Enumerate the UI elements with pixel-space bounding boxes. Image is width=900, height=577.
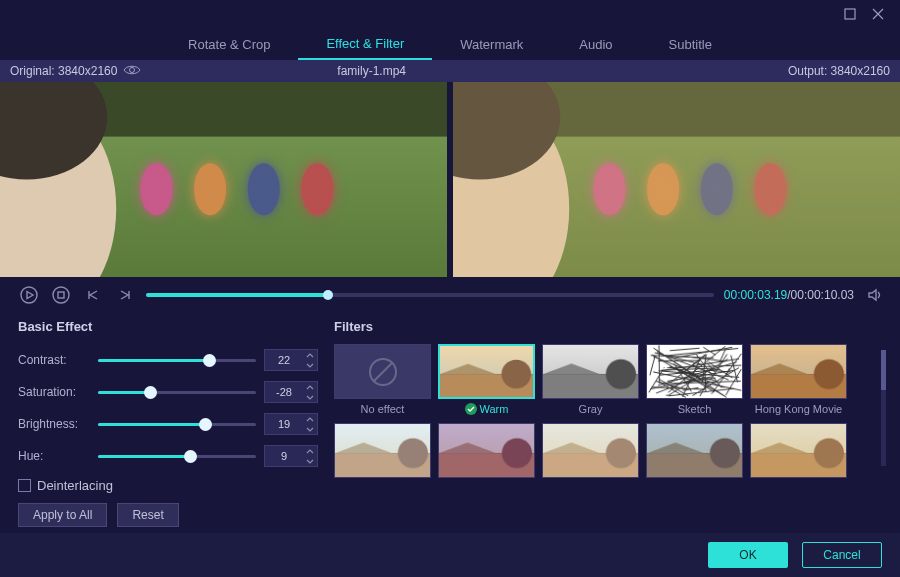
apply-to-all-button[interactable]: Apply to All [18, 503, 107, 527]
playback-bar: 00:00:03.19/00:00:10.03 [0, 277, 900, 313]
brightness-label: Brightness: [18, 417, 90, 431]
window-maximize-button[interactable] [836, 0, 864, 28]
preview-output [453, 82, 900, 277]
volume-icon[interactable] [864, 284, 886, 306]
hue-slider[interactable] [98, 455, 256, 458]
chevron-up-icon [303, 350, 317, 360]
preview-row [0, 82, 900, 277]
tab-subtitle[interactable]: Subtitle [641, 28, 740, 60]
chevron-down-icon [303, 360, 317, 370]
saturation-slider[interactable] [98, 391, 256, 394]
eye-icon[interactable] [123, 64, 141, 79]
deinterlacing-label: Deinterlacing [37, 478, 113, 493]
brightness-slider[interactable] [98, 423, 256, 426]
contrast-slider[interactable] [98, 359, 256, 362]
filter-item-filter-7[interactable] [542, 423, 639, 495]
check-icon [465, 403, 477, 415]
svg-point-1 [130, 67, 135, 72]
contrast-label: Contrast: [18, 353, 90, 367]
preview-original [0, 82, 447, 277]
svg-point-2 [21, 287, 37, 303]
tab-watermark[interactable]: Watermark [432, 28, 551, 60]
filter-item-gray[interactable]: Gray [542, 344, 639, 416]
original-resolution-label: Original: 3840x2160 [10, 64, 117, 78]
chevron-up-icon [303, 382, 317, 392]
title-bar [0, 0, 900, 28]
ok-button[interactable]: OK [708, 542, 788, 568]
filters-panel: Filters No effectWarmGraySketchHong Kong… [334, 319, 884, 527]
prev-frame-button[interactable] [82, 284, 104, 306]
svg-rect-0 [845, 9, 855, 19]
svg-point-3 [53, 287, 69, 303]
stop-button[interactable] [50, 284, 72, 306]
filename-label: family-1.mp4 [337, 64, 406, 78]
cancel-button[interactable]: Cancel [802, 542, 882, 568]
deinterlacing-checkbox[interactable] [18, 479, 31, 492]
filters-scrollbar[interactable] [881, 350, 886, 466]
tab-audio[interactable]: Audio [551, 28, 640, 60]
next-frame-button[interactable] [114, 284, 136, 306]
hue-label: Hue: [18, 449, 90, 463]
reset-button[interactable]: Reset [117, 503, 178, 527]
svg-rect-4 [58, 292, 64, 298]
info-bar: Original: 3840x2160 family-1.mp4 Output:… [0, 60, 900, 82]
filter-item-filter-8[interactable] [646, 423, 743, 495]
filter-label: Hong Kong Movie [755, 402, 842, 416]
play-button[interactable] [18, 284, 40, 306]
filter-item-filter-9[interactable] [750, 423, 847, 495]
basic-effect-title: Basic Effect [18, 319, 318, 334]
filter-item-filter-6[interactable] [438, 423, 535, 495]
no-effect-icon [334, 344, 431, 399]
footer: OK Cancel [0, 533, 900, 577]
chevron-up-icon [303, 446, 317, 456]
window-close-button[interactable] [864, 0, 892, 28]
saturation-spinner[interactable]: -28 [264, 381, 318, 403]
filters-title: Filters [334, 319, 884, 334]
basic-effect-panel: Basic Effect Contrast:22Saturation:-28Br… [18, 319, 318, 527]
playback-time: 00:00:03.19/00:00:10.03 [724, 288, 854, 302]
chevron-down-icon [303, 392, 317, 402]
chevron-up-icon [303, 414, 317, 424]
filter-item-warm[interactable]: Warm [438, 344, 535, 416]
tab-rotate-crop[interactable]: Rotate & Crop [160, 28, 298, 60]
hue-spinner[interactable]: 9 [264, 445, 318, 467]
filter-item-no-effect[interactable]: No effect [334, 344, 431, 416]
filter-item-filter-5[interactable] [334, 423, 431, 495]
output-resolution-label: Output: 3840x2160 [788, 64, 890, 78]
saturation-label: Saturation: [18, 385, 90, 399]
seek-slider[interactable] [146, 293, 714, 297]
main-tabs: Rotate & CropEffect & FilterWatermarkAud… [0, 28, 900, 60]
filter-label: Warm [465, 402, 509, 416]
filter-label: Gray [579, 402, 603, 416]
filter-item-sketch[interactable]: Sketch [646, 344, 743, 416]
chevron-down-icon [303, 456, 317, 466]
contrast-spinner[interactable]: 22 [264, 349, 318, 371]
brightness-spinner[interactable]: 19 [264, 413, 318, 435]
filter-label: No effect [361, 402, 405, 416]
chevron-down-icon [303, 424, 317, 434]
filter-label: Sketch [678, 402, 712, 416]
filter-item-hong-kong-movie[interactable]: Hong Kong Movie [750, 344, 847, 416]
tab-effect-filter[interactable]: Effect & Filter [298, 28, 432, 60]
